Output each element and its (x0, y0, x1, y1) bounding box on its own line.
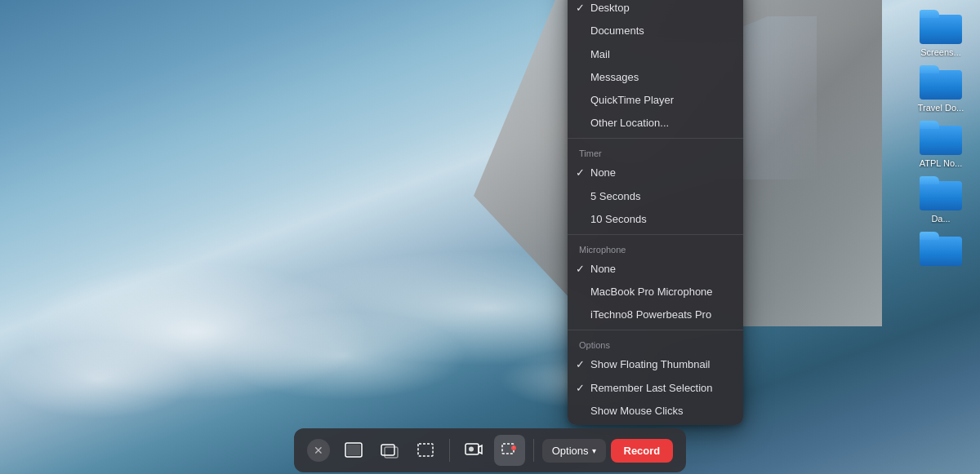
menu-item-quicktime[interactable]: QuickTime Player (568, 89, 743, 112)
capture-fullscreen-icon (345, 442, 363, 458)
svg-rect-4 (418, 444, 433, 456)
options-section-label: Options (568, 334, 743, 353)
desktop-icon-extra (908, 230, 973, 269)
microphone-section-label: Microphone (568, 238, 743, 258)
svg-rect-1 (347, 445, 360, 455)
toolbar-inner: ✕ (294, 428, 687, 472)
capture-window-button[interactable] (374, 435, 405, 466)
menu-item-mail[interactable]: Mail (568, 43, 743, 66)
separator-3 (568, 330, 743, 330)
close-icon: ✕ (314, 444, 323, 457)
menu-item-mic-none[interactable]: None (568, 258, 743, 281)
toolbar: ✕ (0, 427, 980, 474)
menu-item-timer-none[interactable]: None (568, 162, 743, 184)
svg-point-8 (511, 445, 516, 450)
menu-item-mic-macbook[interactable]: MacBook Pro Microphone (568, 281, 743, 303)
separator-1 (568, 138, 743, 139)
desktop-icon-travel: Travel Do... (908, 64, 973, 113)
svg-point-6 (469, 447, 474, 452)
icon-label-travel: Travel Do... (918, 103, 964, 113)
folder-icon-atpl (920, 119, 962, 155)
close-button[interactable]: ✕ (307, 439, 330, 462)
toolbar-divider-2 (533, 439, 534, 462)
timer-section-label: Timer (568, 142, 743, 162)
desktop-icon-screenshots: Screens... (908, 8, 973, 57)
menu-item-mouse-clicks[interactable]: Show Mouse Clicks (568, 400, 743, 425)
desktop-icon-atpl: ATPL No... (908, 119, 973, 168)
desktop-icon-da: Da... (908, 175, 973, 224)
record-selection-icon (501, 442, 519, 458)
folder-icon-extra (920, 230, 962, 266)
svg-rect-3 (385, 447, 398, 458)
menu-item-messages[interactable]: Messages (568, 66, 743, 89)
folder-icon-da (920, 175, 962, 210)
menu-item-remember-selection[interactable]: Remember Last Selection (568, 377, 743, 400)
menu-item-timer-10sec[interactable]: 10 Seconds (568, 208, 743, 231)
menu-item-documents[interactable]: Documents (568, 20, 743, 42)
menu-item-floating-thumbnail[interactable]: Show Floating Thumbnail (568, 353, 743, 376)
options-label: Options (552, 445, 589, 457)
folder-icon-screenshots (920, 8, 962, 44)
record-screen-icon (465, 442, 483, 458)
icon-label-atpl: ATPL No... (920, 158, 963, 168)
record-label: Record (624, 445, 661, 457)
options-chevron-icon: ▾ (592, 446, 596, 455)
capture-selection-button[interactable] (410, 435, 441, 466)
separator-2 (568, 234, 743, 235)
options-dropdown-menu: Save to Desktop Documents Mail Messages … (568, 0, 743, 425)
record-selection-button[interactable] (494, 435, 525, 466)
svg-rect-2 (381, 445, 394, 455)
record-button[interactable]: Record (611, 439, 674, 463)
desktop-icons-area: Screens... Travel Do... ATPL No... Da... (817, 0, 980, 474)
capture-selection-icon (416, 442, 434, 458)
menu-item-desktop[interactable]: Desktop (568, 0, 743, 20)
capture-fullscreen-button[interactable] (338, 435, 369, 466)
menu-item-mic-itechno[interactable]: iTechno8 Powerbeats Pro (568, 303, 743, 326)
options-button[interactable]: Options ▾ (542, 439, 606, 463)
menu-item-timer-5sec[interactable]: 5 Seconds (568, 185, 743, 208)
icon-label-da: Da... (931, 214, 950, 224)
folder-icon-travel (920, 64, 962, 100)
capture-window-icon (381, 442, 399, 458)
toolbar-divider-1 (449, 439, 450, 462)
icon-label-screenshots: Screens... (920, 47, 961, 57)
menu-item-other-location[interactable]: Other Location... (568, 112, 743, 135)
record-screen-button[interactable] (458, 435, 489, 466)
